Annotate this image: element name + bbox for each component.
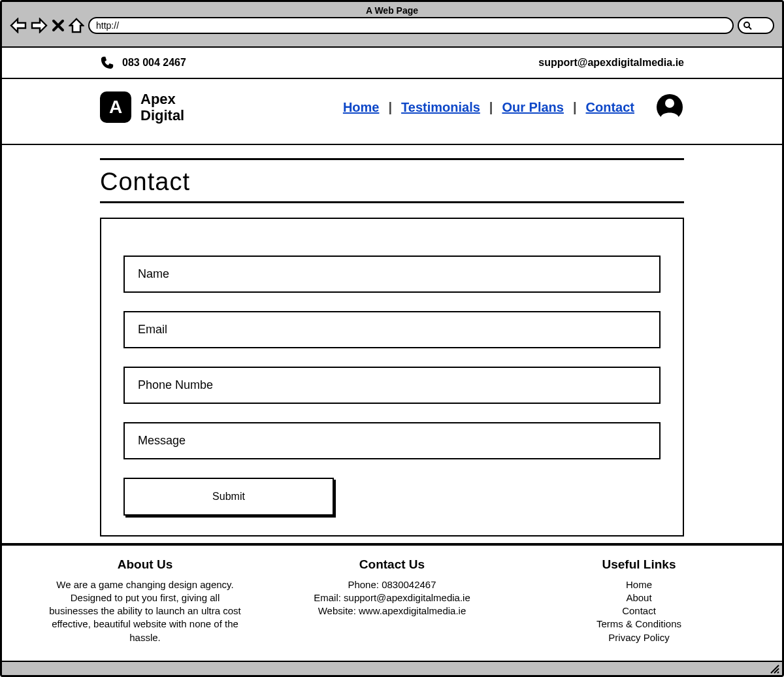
brand[interactable]: A Apex Digital <box>100 91 184 124</box>
phone-field[interactable] <box>123 367 661 404</box>
svg-line-6 <box>777 672 779 673</box>
footer-contact-phone: Phone: 0830042467 <box>294 578 490 591</box>
back-icon[interactable] <box>10 18 27 33</box>
footer-links-title: Useful Links <box>541 557 737 572</box>
topbar-phone: 083 004 2467 <box>122 57 186 69</box>
main-navbar: A Apex Digital Home | Testimonials | Our… <box>2 79 782 145</box>
heading-rule-bottom <box>100 201 684 203</box>
footer-about-text: We are a game changing design agency. De… <box>47 578 243 644</box>
footer-links: Useful Links Home About Contact Terms & … <box>541 557 737 644</box>
browser-window-frame: A Web Page 083 004 2467 support@apexdigi… <box>0 0 784 677</box>
footer-about: About Us We are a game changing design a… <box>47 557 243 644</box>
footer-link-terms[interactable]: Terms & Conditions <box>541 618 737 631</box>
page-viewport: 083 004 2467 support@apexdigitalmedia.ie… <box>2 48 782 544</box>
page-title: Contact <box>100 163 684 200</box>
footer-contact-website: Website: www.apexdigitalmedia.ie <box>294 604 490 618</box>
footer-contact-email: Email: support@apexdigitalmedia.ie <box>294 591 490 604</box>
browser-chrome-bottom <box>2 661 782 675</box>
message-field[interactable] <box>123 422 661 459</box>
footer-link-about[interactable]: About <box>541 591 737 604</box>
nav-contact[interactable]: Contact <box>577 100 644 115</box>
nav-home[interactable]: Home <box>334 100 389 115</box>
footer-about-title: About Us <box>47 557 243 572</box>
footer: About Us We are a game changing design a… <box>2 544 782 651</box>
phone-icon <box>100 56 114 70</box>
forward-icon[interactable] <box>31 18 48 33</box>
footer-link-privacy[interactable]: Privacy Policy <box>541 631 737 644</box>
nav-testimonials[interactable]: Testimonials <box>392 100 489 115</box>
footer-contact: Contact Us Phone: 0830042467 Email: supp… <box>294 557 490 644</box>
search-icon <box>743 21 752 30</box>
svg-line-1 <box>749 27 751 29</box>
url-input[interactable] <box>88 17 734 34</box>
contact-info-bar: 083 004 2467 support@apexdigitalmedia.ie <box>2 48 782 79</box>
footer-link-contact[interactable]: Contact <box>541 604 737 618</box>
email-field[interactable] <box>123 311 661 348</box>
topbar-email[interactable]: support@apexdigitalmedia.ie <box>538 57 684 68</box>
search-pill[interactable] <box>738 17 774 34</box>
nav-links: Home | Testimonials | Our Plans | Contac… <box>334 100 644 115</box>
footer-link-home[interactable]: Home <box>541 578 737 591</box>
submit-button[interactable]: Submit <box>123 478 334 516</box>
account-icon[interactable] <box>655 93 684 122</box>
name-field[interactable] <box>123 256 661 293</box>
contact-form: Submit <box>100 218 684 537</box>
nav-our-plans[interactable]: Our Plans <box>493 100 572 115</box>
heading-rule-top <box>100 158 684 160</box>
resize-handle-icon[interactable] <box>769 663 779 674</box>
brand-text: Apex Digital <box>140 91 184 124</box>
home-icon[interactable] <box>69 18 84 33</box>
close-icon[interactable] <box>52 19 65 32</box>
svg-point-3 <box>665 99 674 108</box>
svg-point-0 <box>744 22 749 27</box>
browser-chrome-top: A Web Page <box>2 2 782 48</box>
footer-contact-title: Contact Us <box>294 557 490 572</box>
logo-icon: A <box>100 91 131 123</box>
browser-title: A Web Page <box>2 2 782 16</box>
